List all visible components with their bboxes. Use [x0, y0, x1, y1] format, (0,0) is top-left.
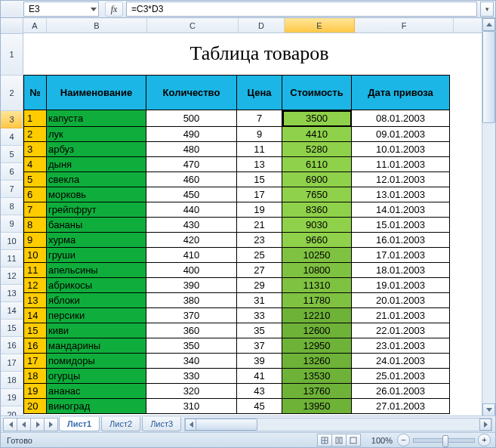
cell-price[interactable]: 7: [237, 110, 282, 127]
cell-cost[interactable]: 10250: [282, 248, 352, 263]
cell-num[interactable]: 4: [24, 157, 47, 172]
cell-date[interactable]: 16.01.2003: [352, 233, 450, 248]
zoom-out-button[interactable]: −: [397, 434, 410, 446]
cell-date[interactable]: 21.01.2003: [352, 308, 450, 323]
cell-name[interactable]: бананы: [47, 218, 146, 233]
cell-num[interactable]: 10: [24, 248, 47, 263]
hscroll-thumb[interactable]: [196, 419, 257, 431]
zoom-percent[interactable]: 100%: [371, 436, 393, 445]
horizontal-scrollbar[interactable]: [184, 418, 492, 431]
view-normal-button[interactable]: [317, 434, 332, 446]
row-header-5[interactable]: 5: [1, 146, 23, 163]
row-header-7[interactable]: 7: [1, 181, 23, 198]
cell-num[interactable]: 1: [24, 110, 47, 127]
cell-price[interactable]: 13: [237, 157, 282, 172]
cell-price[interactable]: 37: [237, 338, 282, 354]
cell-price[interactable]: 15: [237, 172, 282, 187]
cell-qty[interactable]: 410: [146, 248, 237, 263]
col-date[interactable]: Дата привоза: [352, 76, 450, 110]
cell-cost[interactable]: 13760: [282, 384, 352, 399]
cell-name[interactable]: помидоры: [47, 354, 146, 369]
cell-price[interactable]: 17: [237, 187, 282, 202]
col-cost[interactable]: Стоимость: [282, 76, 352, 110]
cell-date[interactable]: 11.01.2003: [352, 157, 450, 172]
cell-date[interactable]: 10.01.2003: [352, 142, 450, 157]
sheet-tab-Лист2[interactable]: Лист2: [101, 417, 140, 431]
row-header-10[interactable]: 10: [1, 233, 23, 250]
col-header-B[interactable]: B: [47, 18, 147, 33]
zoom-in-button[interactable]: +: [478, 434, 491, 446]
cell-cost[interactable]: 9660: [282, 233, 352, 248]
cell-num[interactable]: 3: [24, 142, 47, 157]
cell-cost[interactable]: 6900: [282, 172, 352, 187]
col-num[interactable]: №: [24, 76, 47, 110]
cell-num[interactable]: 18: [24, 369, 47, 384]
col-price[interactable]: Цена: [237, 76, 282, 110]
cell-date[interactable]: 17.01.2003: [352, 248, 450, 263]
cell-price[interactable]: 19: [237, 202, 282, 218]
cell-cost[interactable]: 5280: [282, 142, 352, 157]
row-header-4[interactable]: 4: [1, 128, 23, 146]
cell-price[interactable]: 31: [237, 293, 282, 308]
cell-date[interactable]: 13.01.2003: [352, 187, 450, 202]
cell-qty[interactable]: 500: [146, 110, 237, 127]
cell-price[interactable]: 21: [237, 218, 282, 233]
cell-name[interactable]: виноград: [47, 399, 146, 414]
cell-cost[interactable]: 12950: [282, 338, 352, 354]
cell-qty[interactable]: 320: [146, 384, 237, 399]
zoom-slider[interactable]: [413, 438, 475, 443]
cell-num[interactable]: 14: [24, 308, 47, 323]
cell-date[interactable]: 25.01.2003: [352, 369, 450, 384]
cell-price[interactable]: 29: [237, 278, 282, 293]
row-header-8[interactable]: 8: [1, 198, 23, 215]
view-layout-button[interactable]: [331, 434, 347, 446]
scroll-down-button[interactable]: [482, 403, 495, 416]
cell-date[interactable]: 24.01.2003: [352, 354, 450, 369]
cell-qty[interactable]: 480: [146, 142, 237, 157]
select-all-corner[interactable]: [1, 18, 23, 34]
cell-date[interactable]: 23.01.2003: [352, 338, 450, 354]
tab-first-button[interactable]: [3, 418, 17, 431]
scroll-thumb[interactable]: [482, 31, 495, 123]
cell-qty[interactable]: 440: [146, 202, 237, 218]
cell-name[interactable]: огурцы: [47, 369, 146, 384]
cell-price[interactable]: 45: [237, 399, 282, 414]
fx-button[interactable]: fx: [105, 2, 123, 17]
cell-price[interactable]: 41: [237, 369, 282, 384]
cell-name[interactable]: арбуз: [47, 142, 146, 157]
cell-date[interactable]: 09.01.2003: [352, 127, 450, 142]
cell-qty[interactable]: 450: [146, 187, 237, 202]
cell-cost[interactable]: 10800: [282, 263, 352, 278]
col-header-D[interactable]: D: [239, 18, 285, 33]
cell-num[interactable]: 17: [24, 354, 47, 369]
vertical-scrollbar[interactable]: [482, 18, 495, 416]
tab-prev-button[interactable]: [17, 418, 31, 431]
cell-price[interactable]: 27: [237, 263, 282, 278]
cell-qty[interactable]: 340: [146, 354, 237, 369]
cell-cost[interactable]: 7650: [282, 187, 352, 202]
cell-name[interactable]: дыня: [47, 157, 146, 172]
cell-qty[interactable]: 360: [146, 323, 237, 338]
col-header-A[interactable]: A: [23, 18, 47, 33]
cell-qty[interactable]: 350: [146, 338, 237, 354]
title-cell[interactable]: Таблица товаров: [23, 33, 495, 75]
cell-qty[interactable]: 430: [146, 218, 237, 233]
cell-qty[interactable]: 400: [146, 263, 237, 278]
formula-expand-button[interactable]: ▾: [480, 2, 494, 17]
cell-qty[interactable]: 370: [146, 308, 237, 323]
cell-num[interactable]: 5: [24, 172, 47, 187]
cell-name[interactable]: хурма: [47, 233, 146, 248]
cell-cost[interactable]: 4410: [282, 127, 352, 142]
cell-name[interactable]: мандарины: [47, 338, 146, 354]
cell-name[interactable]: грейпфрут: [47, 202, 146, 218]
cell-name[interactable]: морковь: [47, 187, 146, 202]
cell-date[interactable]: 12.01.2003: [352, 172, 450, 187]
col-name[interactable]: Наименование: [47, 76, 146, 110]
cell-price[interactable]: 39: [237, 354, 282, 369]
cell-cost[interactable]: 3500: [282, 110, 352, 127]
scroll-up-button[interactable]: [482, 18, 495, 31]
cell-date[interactable]: 08.01.2003: [352, 110, 450, 127]
cell-price[interactable]: 33: [237, 308, 282, 323]
cell-qty[interactable]: 330: [146, 369, 237, 384]
cell-num[interactable]: 11: [24, 263, 47, 278]
